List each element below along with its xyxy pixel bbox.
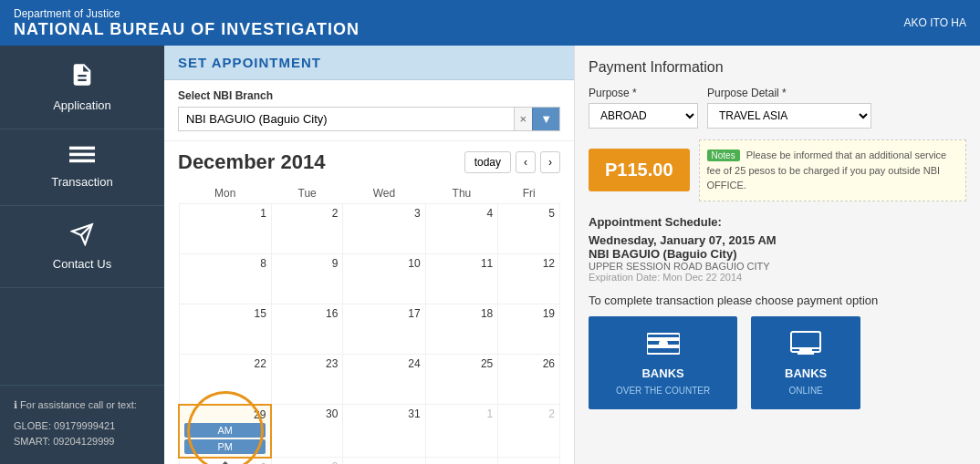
pm-slot[interactable]: PM	[184, 439, 266, 454]
payment-buttons: BANKS OVER THE COUNTER BANKS ONLINE	[589, 316, 966, 409]
price-display: P115.00	[589, 149, 690, 191]
banks-counter-sub: OVER THE COUNTER	[616, 386, 710, 396]
svg-rect-2	[69, 160, 95, 163]
cal-cell[interactable]: 26	[498, 355, 560, 405]
appointment-date: Wednesday, January 07, 2015 AM	[589, 233, 966, 247]
branch-input[interactable]	[179, 108, 514, 130]
appointment-address: UPPER SESSION ROAD BAGUIO CITY	[589, 261, 966, 272]
cal-cell[interactable]: 16	[271, 304, 342, 355]
branch-clear-button[interactable]: ×	[514, 108, 533, 130]
header-brand: Department of Justice NATIONAL BUREAU OF…	[14, 7, 360, 39]
banks-online-button[interactable]: BANKS ONLINE	[751, 316, 860, 409]
contact-icon	[70, 222, 94, 252]
cal-cell	[425, 458, 498, 465]
cal-cell	[498, 458, 560, 465]
cal-cell[interactable]: 23	[271, 355, 342, 405]
calendar-header: December 2014 today ‹ ›	[178, 150, 560, 174]
cal-cell	[343, 458, 425, 465]
prev-month-button[interactable]: ‹	[516, 151, 536, 173]
note-label-badge: Notes	[707, 150, 740, 161]
appointment-expiry: Expiration Date: Mon Dec 22 2014	[589, 272, 966, 283]
cal-cell[interactable]: 31	[343, 405, 425, 458]
cal-cell[interactable]: 17	[343, 304, 425, 355]
panel-title: SET APPOINTMENT	[164, 46, 574, 80]
sidebar: Application Transaction Contact Us ℹ For…	[0, 46, 164, 464]
table-row: 1 2 3 4 5	[179, 204, 560, 254]
purpose-detail-select[interactable]: TRAVEL ASIA	[707, 103, 871, 129]
help-text: ℹ For assistance call or text:	[14, 399, 151, 411]
table-row: 8 9 10 11 12	[179, 254, 560, 304]
svg-rect-1	[69, 153, 95, 157]
cal-cell[interactable]: 30	[271, 405, 342, 458]
table-row: 22 23 24 25 26	[179, 355, 560, 405]
calendar-area: December 2014 today ‹ › Mon Tue Wed Thu	[164, 141, 574, 464]
sidebar-item-transaction[interactable]: Transaction	[0, 129, 164, 206]
branch-dropdown-button[interactable]: ▼	[532, 108, 559, 130]
table-row: 8 9	[179, 458, 560, 465]
cal-cell-selected[interactable]: 29 AM PM Wednesday, January 07, 2015	[179, 405, 271, 458]
next-month-button[interactable]: ›	[540, 151, 560, 173]
today-button[interactable]: today	[464, 151, 511, 173]
svg-rect-7	[647, 337, 680, 341]
header: Department of Justice NATIONAL BUREAU OF…	[0, 0, 980, 46]
price-note-row: P115.00 Notes Please be informed that an…	[589, 139, 966, 201]
cal-cell[interactable]: 1	[179, 204, 271, 254]
appointment-panel: SET APPOINTMENT Select NBI Branch × ▼ De…	[164, 46, 575, 464]
payment-title: Payment Information	[589, 59, 966, 76]
contact-label: Contact Us	[53, 257, 111, 271]
am-slot[interactable]: AM	[184, 423, 266, 438]
calendar-table: Mon Tue Wed Thu Fri 1 2 3 4	[178, 183, 560, 464]
transaction-icon	[69, 146, 95, 170]
col-fri: Fri	[498, 183, 560, 204]
cal-cell[interactable]: 18	[425, 304, 498, 355]
content: SET APPOINTMENT Select NBI Branch × ▼ De…	[164, 46, 980, 464]
sidebar-item-contact[interactable]: Contact Us	[0, 206, 164, 288]
cal-cell[interactable]: 4	[425, 204, 498, 254]
banks-online-sub: ONLINE	[789, 386, 823, 396]
department-name: Department of Justice	[14, 7, 360, 20]
col-thu: Thu	[425, 183, 498, 204]
cal-cell[interactable]: 2	[271, 204, 342, 254]
cal-cell[interactable]: 5	[498, 204, 560, 254]
cal-cell[interactable]: 3	[343, 204, 425, 254]
smart-number: SMART: 09204129999	[14, 434, 151, 450]
globe-number: GLOBE: 09179999421	[14, 418, 151, 435]
calendar-nav: today ‹ ›	[464, 151, 560, 173]
cal-cell[interactable]: 9	[271, 458, 342, 465]
svg-rect-8	[647, 345, 680, 348]
banks-online-icon	[789, 330, 822, 361]
main-layout: Application Transaction Contact Us ℹ For…	[0, 46, 980, 464]
purpose-select[interactable]: ABROAD	[589, 103, 698, 129]
bureau-name: NATIONAL BUREAU OF INVESTIGATION	[14, 20, 360, 39]
cal-cell[interactable]: 12	[498, 254, 560, 304]
sidebar-footer: ℹ For assistance call or text: GLOBE: 09…	[0, 385, 164, 464]
header-user: AKO ITO HA	[904, 16, 966, 29]
cal-cell[interactable]: 2	[498, 405, 560, 458]
cal-cell[interactable]: 10	[343, 254, 425, 304]
payment-options-title: To complete transaction please choose pa…	[589, 294, 966, 307]
cal-cell[interactable]: 19	[498, 304, 560, 355]
cal-cell[interactable]: 24	[343, 355, 425, 405]
table-row: 15 16 17 18 19	[179, 304, 560, 355]
sidebar-item-application[interactable]: Application	[0, 46, 164, 129]
purpose-row: Purpose * ABROAD Purpose Detail * TRAVEL…	[589, 87, 966, 129]
transaction-label: Transaction	[51, 175, 112, 189]
svg-rect-0	[69, 147, 95, 150]
purpose-label: Purpose *	[589, 87, 698, 99]
cal-cell[interactable]: 11	[425, 254, 498, 304]
branch-section: Select NBI Branch × ▼	[164, 80, 574, 141]
purpose-group: Purpose * ABROAD	[589, 87, 698, 129]
branch-label: Select NBI Branch	[178, 89, 560, 102]
appointment-branch: NBI BAGUIO (Baguio City)	[589, 247, 966, 261]
cal-cell[interactable]: 22	[179, 355, 271, 405]
col-tue: Tue	[271, 183, 342, 204]
cal-cell[interactable]: 15	[179, 304, 271, 355]
calendar-month: December 2014	[178, 150, 464, 174]
cal-cell[interactable]: 8	[179, 254, 271, 304]
cal-cell[interactable]: 9	[271, 254, 342, 304]
cal-cell[interactable]: 1	[425, 405, 498, 458]
purpose-detail-group: Purpose Detail * TRAVEL ASIA	[707, 87, 871, 129]
banks-counter-button[interactable]: BANKS OVER THE COUNTER	[589, 316, 737, 409]
purpose-detail-label: Purpose Detail *	[707, 87, 871, 99]
cal-cell[interactable]: 25	[425, 355, 498, 405]
